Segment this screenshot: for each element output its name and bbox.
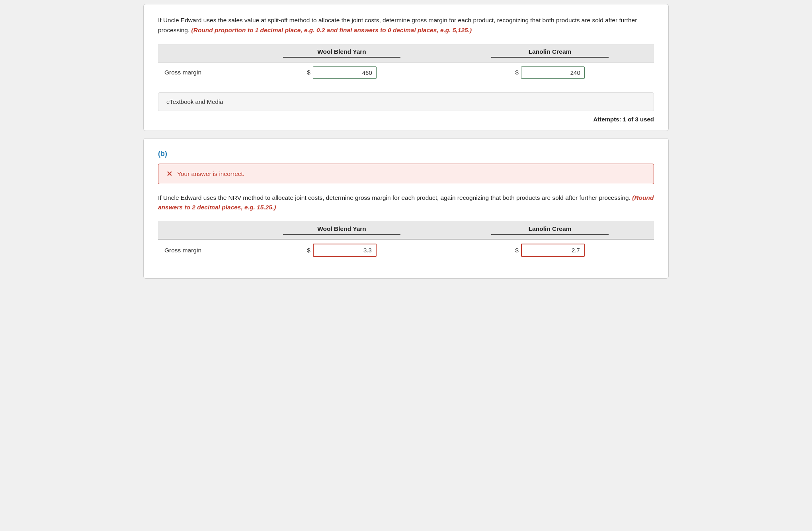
part-a-dollar-cell-1: $: [244, 66, 439, 79]
part-a-input1-cell: $: [238, 62, 446, 83]
dollar-sign-b2: $: [515, 247, 519, 254]
error-icon: ✕: [166, 170, 172, 178]
part-a-input-2[interactable]: [521, 66, 585, 79]
part-b-dollar-cell-1: $: [244, 244, 439, 257]
attempts-row: Attempts: 1 of 3 used: [158, 116, 654, 123]
etextbook-bar[interactable]: eTextbook and Media: [158, 92, 654, 111]
error-banner: ✕ Your answer is incorrect.: [158, 164, 654, 184]
part-a-table: Wool Blend Yarn Lanolin Cream Gross marg…: [158, 44, 654, 83]
part-b-label: (b): [158, 150, 654, 158]
error-text: Your answer is incorrect.: [177, 170, 244, 178]
part-a-empty-header: [158, 44, 238, 62]
part-b-input-1[interactable]: [313, 244, 377, 257]
part-b-col1-header: Wool Blend Yarn: [238, 221, 446, 239]
part-b-input2-cell: $: [446, 239, 654, 261]
part-a-input-1[interactable]: [313, 66, 377, 79]
part-b-card: (b) ✕ Your answer is incorrect. If Uncle…: [143, 138, 669, 279]
dollar-sign-a2: $: [515, 69, 519, 76]
table-row: Gross margin $ $: [158, 62, 654, 83]
part-b-empty-header: [158, 221, 238, 239]
part-a-table-wrapper: Wool Blend Yarn Lanolin Cream Gross marg…: [158, 44, 654, 83]
part-b-input1-cell: $: [238, 239, 446, 261]
part-b-instruction: If Uncle Edward uses the NRV method to a…: [158, 193, 654, 213]
part-a-dollar-cell-2: $: [452, 66, 648, 79]
table-row: Gross margin $ $: [158, 239, 654, 261]
part-a-input2-cell: $: [446, 62, 654, 83]
part-b-dollar-cell-2: $: [452, 244, 648, 257]
part-a-col2-header: Lanolin Cream: [446, 44, 654, 62]
part-b-input-2[interactable]: [521, 244, 585, 257]
part-a-instruction: If Uncle Edward uses the sales value at …: [158, 16, 654, 35]
part-b-table-wrapper: Wool Blend Yarn Lanolin Cream Gross marg…: [158, 221, 654, 261]
gross-margin-label-b: Gross margin: [158, 239, 238, 261]
dollar-sign-a1: $: [307, 69, 310, 76]
gross-margin-label-a: Gross margin: [158, 62, 238, 83]
part-a-card: If Uncle Edward uses the sales value at …: [143, 4, 669, 131]
part-a-col1-header: Wool Blend Yarn: [238, 44, 446, 62]
dollar-sign-b1: $: [307, 247, 310, 254]
part-a-red-note: (Round proportion to 1 decimal place, e.…: [191, 27, 472, 33]
part-b-table: Wool Blend Yarn Lanolin Cream Gross marg…: [158, 221, 654, 261]
part-b-col2-header: Lanolin Cream: [446, 221, 654, 239]
